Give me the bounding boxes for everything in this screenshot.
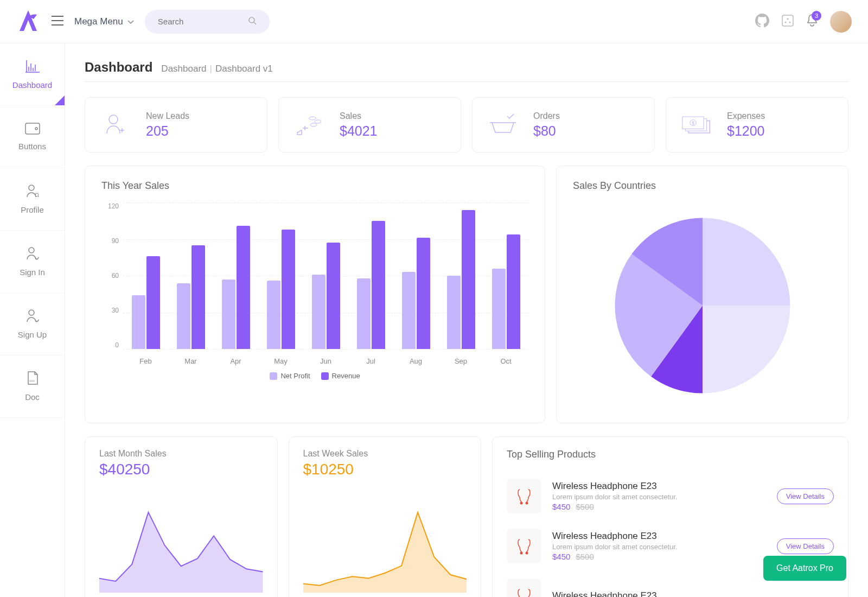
view-details-button[interactable]: View Details xyxy=(777,488,834,504)
user-avatar[interactable] xyxy=(830,11,852,33)
last-month-card: Last Month Sales $40250 xyxy=(85,436,278,597)
mega-menu-label: Mega Menu xyxy=(74,16,123,27)
pie-slice xyxy=(703,306,790,393)
menu-toggle-icon[interactable] xyxy=(52,16,63,28)
svg-point-6 xyxy=(35,128,37,130)
svg-point-3 xyxy=(785,21,787,23)
stat-label: Expenses xyxy=(727,111,765,121)
product-image xyxy=(507,529,541,563)
svg-point-21 xyxy=(520,502,523,505)
page-header: Dashboard Dashboard|Dashboard v1 xyxy=(85,60,848,75)
bar xyxy=(327,243,340,349)
view-details-button[interactable]: View Details xyxy=(777,538,834,554)
product-desc: Lorem ipsum dolor sit amet consectetur. xyxy=(552,543,766,551)
pie-slice xyxy=(703,218,790,306)
bar xyxy=(237,226,250,349)
sidebar-item-dashboard[interactable]: Dashboard xyxy=(0,43,65,106)
svg-point-9 xyxy=(29,247,34,253)
bar xyxy=(222,280,235,349)
get-pro-button[interactable]: Get Aatrox Pro xyxy=(763,556,846,581)
chart-legend: Net Profit Revenue xyxy=(101,372,528,380)
product-name: Wireless Headphone E23 xyxy=(552,531,766,542)
sidebar-item-signin[interactable]: Sign In xyxy=(0,231,65,293)
area-chart xyxy=(303,494,467,593)
bar xyxy=(146,256,160,349)
sidebar-item-label: Profile xyxy=(21,205,44,214)
svg-point-10 xyxy=(29,310,34,315)
product-price: $450 xyxy=(552,552,570,561)
sidebar-item-signup[interactable]: Sign Up xyxy=(0,293,65,355)
stat-label: New Leads xyxy=(146,111,189,121)
apps-icon[interactable] xyxy=(781,14,794,29)
breadcrumb: Dashboard|Dashboard v1 xyxy=(161,63,272,74)
card-title: This Year Sales xyxy=(101,180,528,192)
expenses-icon: $ xyxy=(681,110,712,140)
signin-icon xyxy=(26,246,39,262)
sidebar: Dashboard Buttons Profile Sign In Sign U… xyxy=(0,43,65,597)
pie-chart xyxy=(610,213,795,398)
app-logo[interactable] xyxy=(16,9,41,34)
stat-expenses: $ Expenses$1200 xyxy=(666,97,848,153)
notification-badge: 3 xyxy=(812,11,821,21)
search-icon xyxy=(248,16,257,27)
product-desc: Lorem ipsum dolor sit amet consectetur. xyxy=(552,493,766,501)
svg-text:$: $ xyxy=(692,120,694,126)
mini-value: $10250 xyxy=(303,461,467,478)
svg-point-7 xyxy=(29,185,34,190)
product-row: Wireless Headphone E23 Lorem ipsum dolor… xyxy=(507,471,834,521)
notification-icon[interactable]: 3 xyxy=(806,14,818,29)
bar xyxy=(177,283,190,350)
sidebar-item-label: Doc xyxy=(25,392,40,402)
stat-value: $80 xyxy=(533,123,560,139)
page-title: Dashboard xyxy=(85,60,152,75)
product-image xyxy=(507,479,541,513)
product-image xyxy=(507,579,541,597)
stat-label: Orders xyxy=(533,111,560,121)
stat-row: New Leads205 Sales$4021 Orders$80 $ Expe… xyxy=(85,97,848,153)
orders-icon xyxy=(488,110,518,140)
product-name: Wireless Headphone E23 xyxy=(552,481,766,492)
card-title: Sales By Countries xyxy=(573,180,832,192)
sidebar-item-label: Sign In xyxy=(20,268,45,277)
sidebar-item-buttons[interactable]: Buttons xyxy=(0,106,65,168)
bar-chart: 1209060300 FebMarAprMayJunJulAugSepOct xyxy=(101,202,528,365)
search-input[interactable] xyxy=(158,17,245,26)
sidebar-item-label: Sign Up xyxy=(18,330,47,339)
svg-point-0 xyxy=(249,17,254,23)
mini-title: Last Month Sales xyxy=(99,449,263,459)
divider xyxy=(85,81,848,82)
doc-icon xyxy=(27,371,39,387)
bar xyxy=(462,210,475,350)
svg-point-2 xyxy=(787,18,789,20)
mega-menu-dropdown[interactable]: Mega Menu xyxy=(74,16,134,27)
svg-point-4 xyxy=(789,21,791,23)
stat-new-leads: New Leads205 xyxy=(85,97,267,153)
bar xyxy=(417,238,430,349)
product-price: $450 xyxy=(552,502,570,511)
bar xyxy=(132,295,145,349)
sidebar-item-profile[interactable]: Profile xyxy=(0,168,65,231)
bar xyxy=(357,278,371,350)
search-box[interactable] xyxy=(145,10,270,34)
svg-point-24 xyxy=(526,552,528,555)
stat-sales: Sales$4021 xyxy=(278,97,461,153)
bar xyxy=(372,221,385,349)
area-chart xyxy=(99,494,263,593)
stat-label: Sales xyxy=(340,111,378,121)
svg-point-23 xyxy=(520,552,523,555)
svg-point-12 xyxy=(109,115,118,124)
bar xyxy=(312,275,326,349)
profile-icon xyxy=(26,184,39,200)
leads-icon xyxy=(100,110,131,140)
chevron-down-icon xyxy=(127,16,134,27)
topbar: Mega Menu 3 xyxy=(0,0,868,43)
github-icon[interactable] xyxy=(755,14,769,30)
bar xyxy=(492,269,506,350)
pie-chart-card: Sales By Countries xyxy=(556,166,848,423)
sidebar-item-doc[interactable]: Doc xyxy=(0,355,65,418)
bar xyxy=(267,281,280,349)
product-name: Wireless Headphone E23 xyxy=(552,590,834,597)
product-old-price: $500 xyxy=(576,502,593,511)
product-old-price: $500 xyxy=(576,552,593,561)
svg-point-14 xyxy=(315,120,321,123)
